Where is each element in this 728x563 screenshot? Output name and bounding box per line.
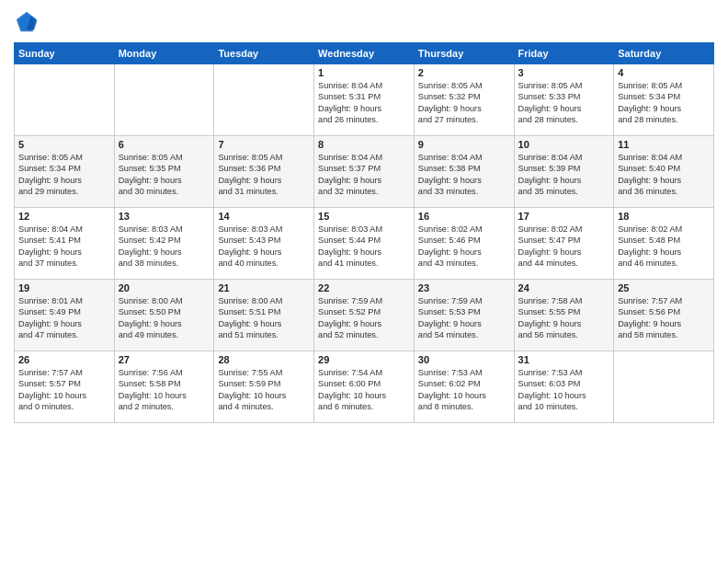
weekday-monday: Monday [114, 43, 214, 64]
day-cell: 20Sunrise: 8:00 AM Sunset: 5:50 PM Dayli… [114, 280, 214, 351]
day-cell: 28Sunrise: 7:55 AM Sunset: 5:59 PM Dayli… [214, 351, 314, 423]
day-number: 10 [518, 139, 610, 150]
day-info: Sunrise: 8:05 AM Sunset: 5:32 PM Dayligh… [418, 80, 510, 126]
day-info: Sunrise: 8:04 AM Sunset: 5:40 PM Dayligh… [618, 152, 710, 198]
day-number: 7 [218, 139, 310, 150]
day-info: Sunrise: 8:04 AM Sunset: 5:37 PM Dayligh… [318, 152, 410, 198]
day-number: 27 [119, 354, 210, 365]
day-info: Sunrise: 8:04 AM Sunset: 5:31 PM Dayligh… [318, 80, 410, 126]
day-number: 21 [218, 282, 310, 293]
weekday-sunday: Sunday [15, 43, 115, 64]
day-number: 28 [218, 354, 310, 365]
day-cell [614, 351, 714, 423]
day-number: 8 [318, 139, 410, 150]
day-number: 24 [518, 282, 610, 293]
day-info: Sunrise: 8:05 AM Sunset: 5:34 PM Dayligh… [618, 80, 710, 126]
week-row-4: 19Sunrise: 8:01 AM Sunset: 5:49 PM Dayli… [15, 280, 714, 351]
day-info: Sunrise: 8:05 AM Sunset: 5:35 PM Dayligh… [119, 152, 210, 198]
day-info: Sunrise: 8:05 AM Sunset: 5:36 PM Dayligh… [218, 152, 310, 198]
day-number: 22 [318, 282, 410, 293]
day-cell: 10Sunrise: 8:04 AM Sunset: 5:39 PM Dayli… [514, 136, 614, 208]
day-number: 26 [18, 354, 110, 365]
day-cell: 12Sunrise: 8:04 AM Sunset: 5:41 PM Dayli… [15, 208, 115, 280]
day-number: 20 [119, 282, 210, 293]
day-number: 6 [119, 139, 210, 150]
day-cell: 3Sunrise: 8:05 AM Sunset: 5:33 PM Daylig… [514, 64, 614, 136]
day-cell: 21Sunrise: 8:00 AM Sunset: 5:51 PM Dayli… [214, 280, 314, 351]
day-number: 31 [518, 354, 610, 365]
day-cell: 22Sunrise: 7:59 AM Sunset: 5:52 PM Dayli… [314, 280, 415, 351]
day-number: 23 [418, 282, 510, 293]
day-cell: 26Sunrise: 7:57 AM Sunset: 5:57 PM Dayli… [15, 351, 115, 423]
day-cell: 19Sunrise: 8:01 AM Sunset: 5:49 PM Dayli… [15, 280, 115, 351]
day-cell [15, 64, 115, 136]
day-info: Sunrise: 8:02 AM Sunset: 5:46 PM Dayligh… [418, 224, 510, 270]
day-cell: 6Sunrise: 8:05 AM Sunset: 5:35 PM Daylig… [114, 136, 214, 208]
day-info: Sunrise: 7:55 AM Sunset: 5:59 PM Dayligh… [218, 367, 310, 413]
week-row-2: 5Sunrise: 8:05 AM Sunset: 5:34 PM Daylig… [15, 136, 714, 208]
day-info: Sunrise: 7:59 AM Sunset: 5:53 PM Dayligh… [418, 295, 510, 341]
day-cell: 1Sunrise: 8:04 AM Sunset: 5:31 PM Daylig… [314, 64, 415, 136]
day-number: 13 [119, 211, 210, 222]
weekday-saturday: Saturday [614, 43, 714, 64]
day-cell: 18Sunrise: 8:02 AM Sunset: 5:48 PM Dayli… [614, 208, 714, 280]
day-number: 9 [418, 139, 510, 150]
day-cell: 17Sunrise: 8:02 AM Sunset: 5:47 PM Dayli… [514, 208, 614, 280]
day-number: 4 [618, 67, 710, 78]
day-cell: 2Sunrise: 8:05 AM Sunset: 5:32 PM Daylig… [414, 64, 514, 136]
day-number: 5 [18, 139, 110, 150]
day-info: Sunrise: 8:01 AM Sunset: 5:49 PM Dayligh… [18, 295, 110, 341]
day-cell: 15Sunrise: 8:03 AM Sunset: 5:44 PM Dayli… [314, 208, 415, 280]
week-row-1: 1Sunrise: 8:04 AM Sunset: 5:31 PM Daylig… [15, 64, 714, 136]
day-info: Sunrise: 8:04 AM Sunset: 5:39 PM Dayligh… [518, 152, 610, 198]
day-number: 2 [418, 67, 510, 78]
day-cell: 16Sunrise: 8:02 AM Sunset: 5:46 PM Dayli… [414, 208, 514, 280]
day-info: Sunrise: 8:05 AM Sunset: 5:33 PM Dayligh… [518, 80, 610, 126]
day-number: 30 [418, 354, 510, 365]
day-number: 29 [318, 354, 410, 365]
day-cell: 14Sunrise: 8:03 AM Sunset: 5:43 PM Dayli… [214, 208, 314, 280]
weekday-header-row: SundayMondayTuesdayWednesdayThursdayFrid… [15, 43, 714, 64]
day-info: Sunrise: 7:59 AM Sunset: 5:52 PM Dayligh… [318, 295, 410, 341]
weekday-friday: Friday [514, 43, 614, 64]
weekday-wednesday: Wednesday [314, 43, 415, 64]
page: SundayMondayTuesdayWednesdayThursdayFrid… [0, 0, 728, 563]
day-info: Sunrise: 8:05 AM Sunset: 5:34 PM Dayligh… [18, 152, 110, 198]
day-number: 12 [18, 211, 110, 222]
day-number: 25 [618, 282, 710, 293]
day-info: Sunrise: 8:03 AM Sunset: 5:44 PM Dayligh… [318, 224, 410, 270]
day-info: Sunrise: 8:04 AM Sunset: 5:41 PM Dayligh… [18, 224, 110, 270]
day-info: Sunrise: 7:53 AM Sunset: 6:02 PM Dayligh… [418, 367, 510, 413]
day-cell [114, 64, 214, 136]
day-number: 11 [618, 139, 710, 150]
day-info: Sunrise: 7:54 AM Sunset: 6:00 PM Dayligh… [318, 367, 410, 413]
day-cell: 4Sunrise: 8:05 AM Sunset: 5:34 PM Daylig… [614, 64, 714, 136]
day-number: 3 [518, 67, 610, 78]
day-info: Sunrise: 8:02 AM Sunset: 5:47 PM Dayligh… [518, 224, 610, 270]
day-info: Sunrise: 8:03 AM Sunset: 5:42 PM Dayligh… [119, 224, 210, 270]
day-info: Sunrise: 8:00 AM Sunset: 5:51 PM Dayligh… [218, 295, 310, 341]
header [14, 9, 714, 35]
day-cell: 29Sunrise: 7:54 AM Sunset: 6:00 PM Dayli… [314, 351, 415, 423]
day-number: 15 [318, 211, 410, 222]
day-info: Sunrise: 8:04 AM Sunset: 5:38 PM Dayligh… [418, 152, 510, 198]
day-number: 16 [418, 211, 510, 222]
day-number: 19 [18, 282, 110, 293]
logo-icon [14, 9, 40, 35]
day-number: 1 [318, 67, 410, 78]
day-info: Sunrise: 7:57 AM Sunset: 5:57 PM Dayligh… [18, 367, 110, 413]
day-cell: 24Sunrise: 7:58 AM Sunset: 5:55 PM Dayli… [514, 280, 614, 351]
day-info: Sunrise: 7:56 AM Sunset: 5:58 PM Dayligh… [119, 367, 210, 413]
day-info: Sunrise: 8:00 AM Sunset: 5:50 PM Dayligh… [119, 295, 210, 341]
day-number: 17 [518, 211, 610, 222]
weekday-thursday: Thursday [414, 43, 514, 64]
day-cell: 31Sunrise: 7:53 AM Sunset: 6:03 PM Dayli… [514, 351, 614, 423]
day-cell: 7Sunrise: 8:05 AM Sunset: 5:36 PM Daylig… [214, 136, 314, 208]
day-cell [214, 64, 314, 136]
day-cell: 11Sunrise: 8:04 AM Sunset: 5:40 PM Dayli… [614, 136, 714, 208]
day-cell: 8Sunrise: 8:04 AM Sunset: 5:37 PM Daylig… [314, 136, 415, 208]
day-cell: 30Sunrise: 7:53 AM Sunset: 6:02 PM Dayli… [414, 351, 514, 423]
day-cell: 5Sunrise: 8:05 AM Sunset: 5:34 PM Daylig… [15, 136, 115, 208]
day-number: 18 [618, 211, 710, 222]
weekday-tuesday: Tuesday [214, 43, 314, 64]
